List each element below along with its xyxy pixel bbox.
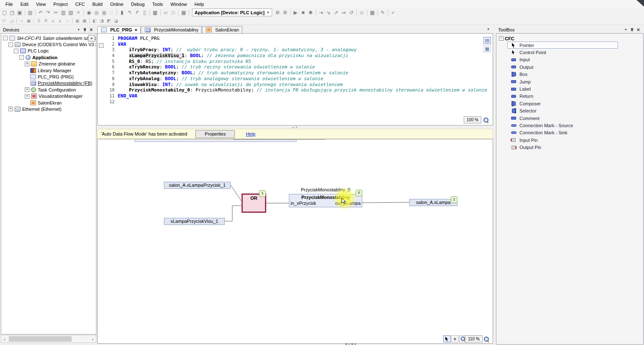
flow-control-icon[interactable]: ▦ xyxy=(369,9,376,16)
properties-button[interactable]: Properties xyxy=(195,130,235,138)
tab-overflow-icon[interactable]: ▼ xyxy=(487,28,490,31)
close-icon[interactable]: × xyxy=(88,27,94,33)
cfc-order-down-icon[interactable]: ◩ xyxy=(105,18,112,24)
collapse-icon[interactable]: - xyxy=(499,36,504,41)
menu-item-project[interactable]: Project xyxy=(49,1,71,8)
cfc-canvas[interactable]: salon_A.xLampaPrzycisk_1 xLampaPrzyciskV… xyxy=(97,139,493,344)
menu-item-file[interactable]: File xyxy=(2,1,17,8)
cfc-order-up-icon[interactable]: ◨ xyxy=(98,18,105,24)
editor-zoom-level[interactable]: 100 % xyxy=(464,116,481,123)
new-file-icon[interactable]: ▢ xyxy=(1,9,8,16)
scroll-left-icon[interactable]: ‹ xyxy=(1,337,8,342)
close-icon[interactable]: × xyxy=(635,27,641,33)
stop-icon[interactable]: ■ xyxy=(299,9,307,16)
tab-salonekran[interactable]: SalonEkran xyxy=(202,26,242,33)
cfc-box-icon[interactable]: ▦ xyxy=(74,18,81,24)
cfc-en-eno-icon[interactable]: ▣ xyxy=(25,18,32,24)
fb-input-pin[interactable]: in_xPrzycisk xyxy=(291,201,316,206)
tree-item[interactable]: +Task Configuration xyxy=(1,86,96,93)
cfc-ret-icon[interactable]: ↲ xyxy=(49,18,57,24)
tree-item[interactable]: +VisualizationManager xyxy=(1,93,96,99)
reset-icon[interactable]: ↺ xyxy=(348,9,355,16)
find-all-icon[interactable]: ◍ xyxy=(100,9,108,16)
help-link[interactable]: Help xyxy=(246,131,255,136)
tree-item[interactable]: -Device (CODESYS Control Win V3 x64) xyxy=(1,41,96,47)
build-icon[interactable]: ▦ xyxy=(180,9,187,16)
code-fold-toggle[interactable]: - xyxy=(99,43,104,48)
paste-icon[interactable]: ▧ xyxy=(67,9,75,16)
step-over-icon[interactable]: ⇥ xyxy=(317,9,325,16)
toolbox-item-label[interactable]: Label xyxy=(507,85,618,92)
tree-item[interactable]: -Application xyxy=(1,54,96,60)
scroll-right-icon[interactable]: › xyxy=(89,337,96,342)
expand-icon[interactable]: + xyxy=(25,87,29,92)
undo-icon[interactable]: ↶ xyxy=(37,9,44,16)
expand-icon[interactable]: + xyxy=(25,62,29,66)
step-into-icon[interactable]: ⇘ xyxy=(325,9,332,16)
st-code-editor[interactable]: - ▤ ▦ 100 % 1PROGRAM PLC_PRG2VAR3 iTrybP… xyxy=(97,33,493,125)
cfc-set-icon[interactable]: S xyxy=(35,18,42,24)
cfc-edit-parameters-icon[interactable]: ◿ xyxy=(8,18,15,24)
force-values-icon[interactable]: ✎ xyxy=(379,9,387,16)
toolbox-item-control-point[interactable]: Control Point xyxy=(507,49,618,56)
menu-item-cfc[interactable]: CFC xyxy=(72,1,89,8)
tree-item[interactable]: SalonEkran xyxy=(1,99,96,106)
login-icon[interactable]: ⚙ xyxy=(274,9,281,16)
collapse-icon[interactable]: - xyxy=(3,36,8,40)
collapse-icon[interactable]: - xyxy=(14,49,18,53)
tab-close-icon[interactable]: × xyxy=(135,27,137,32)
write-values-icon[interactable]: ✓ xyxy=(390,9,397,16)
replace-icon[interactable]: ◎ xyxy=(93,9,100,16)
cfc-order-last-icon[interactable]: ◪ xyxy=(112,18,119,24)
toolbox-item-input-pin[interactable]: Input Pin xyxy=(507,136,618,144)
redo-icon[interactable]: ↷ xyxy=(44,9,52,16)
bookmark-icon[interactable]: ▮ xyxy=(118,9,126,16)
menu-item-build[interactable]: Build xyxy=(88,1,106,8)
collapse-icon[interactable]: - xyxy=(8,42,13,47)
declaration-view-icon[interactable]: ▤ xyxy=(483,37,491,44)
tree-item[interactable]: PLC_PRG (PRG) xyxy=(1,73,96,80)
tree-item[interactable]: +Zmienne globalne xyxy=(1,61,96,67)
tree-item[interactable]: -SH-CFC-P1 Salon oświetleniem szablon▼ xyxy=(1,35,96,41)
cfc-negate-icon[interactable]: ¬ xyxy=(18,18,25,24)
cfc-output-block[interactable]: salon_A.xLampa xyxy=(409,199,457,206)
logout-icon[interactable]: ⚙ xyxy=(281,9,289,16)
devices-hscrollbar[interactable]: ‹ › xyxy=(1,335,96,343)
pin-icon[interactable] xyxy=(629,27,635,33)
new-object-icon[interactable]: ▱ xyxy=(162,9,169,16)
save-icon[interactable]: ▣ xyxy=(16,9,23,16)
cfc-order-first-icon[interactable]: ◧ xyxy=(91,18,98,24)
find-icon[interactable]: ◉ xyxy=(85,9,93,16)
panel-menu-icon[interactable]: ▼ xyxy=(623,27,629,33)
scrollbar-thumb[interactable] xyxy=(9,336,72,342)
copy-all-icon[interactable]: ▩ xyxy=(151,9,159,16)
pin-icon[interactable] xyxy=(82,27,88,33)
breakpoint-icon[interactable]: ◇ xyxy=(358,9,366,16)
new-pou-icon[interactable]: □ xyxy=(169,9,177,16)
toolbox-item-selector[interactable]: Selector xyxy=(507,107,618,115)
step-out-icon[interactable]: ⇗ xyxy=(332,9,340,16)
toolbox-item-conn-source[interactable]: Connection Mark - Source xyxy=(507,122,618,129)
cfc-input-block-2[interactable]: xLampaPrzyciskVisu_1 xyxy=(164,218,225,225)
expand-icon[interactable]: + xyxy=(25,94,29,99)
menu-item-window[interactable]: Window xyxy=(167,1,191,8)
toolbox-item-box[interactable]: Box xyxy=(507,71,618,78)
single-cycle-icon[interactable]: ✱ xyxy=(307,9,314,16)
toolbox-item-output-pin[interactable]: Output Pin xyxy=(507,144,618,151)
menu-item-edit[interactable]: Edit xyxy=(17,1,32,8)
toolbox-item-input[interactable]: Input xyxy=(507,56,618,63)
toolbox-item-pointer[interactable]: Pointer xyxy=(507,42,618,49)
tab-plc_prg[interactable]: PLC_PRG× xyxy=(97,26,140,33)
fb-output-pin[interactable]: out_xLampa xyxy=(335,201,361,206)
search-scope-icon[interactable]: ◌ xyxy=(108,9,115,16)
cfc-jump-icon[interactable]: ↳ xyxy=(57,18,64,24)
toolbox-item-composer[interactable]: Composer xyxy=(507,100,618,107)
cfc-box-en-icon[interactable]: ▩ xyxy=(81,18,88,24)
table-view-icon[interactable]: ▦ xyxy=(483,45,491,52)
editor-zoom-icon[interactable] xyxy=(483,117,489,123)
tab-przyciskmonostabilny[interactable]: PrzyciskMonostabilny xyxy=(141,26,202,33)
toolbox-item-return[interactable]: Return xyxy=(507,93,618,100)
panel-menu-icon[interactable]: ▼ xyxy=(75,27,82,33)
expand-icon[interactable]: + xyxy=(8,107,13,111)
run-to-cursor-icon[interactable]: ⇒ xyxy=(340,9,348,16)
